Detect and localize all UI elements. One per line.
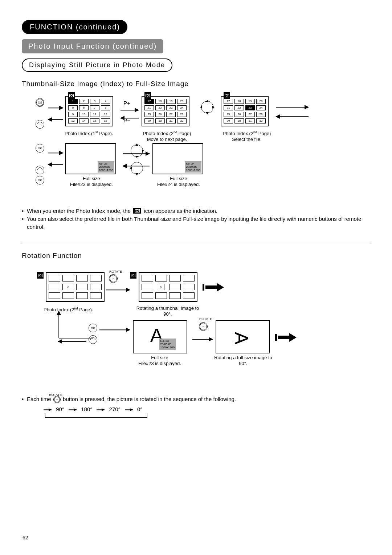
thumb-cell: 6 <box>79 105 89 110</box>
thumb-cell <box>169 284 181 290</box>
thumbnail-diagram: 12345678910111213141516 Photo Index (1st… <box>22 98 370 203</box>
thumb-cell: 25 <box>144 112 154 117</box>
thumb-cell: 18 <box>155 99 165 104</box>
thumb-cell: 32 <box>177 118 187 123</box>
photo-index-page2-grid: 17181920212223242526272829303132 <box>142 96 189 126</box>
arrow-right <box>121 108 139 113</box>
rot-270: 270° <box>109 406 121 412</box>
thumb-cell <box>142 284 153 290</box>
thumb-cell: 20 <box>256 99 266 104</box>
fullsize-rotate-caption: Full sizeFile#23 is displayed. <box>131 355 189 366</box>
thumb-cell <box>90 284 102 290</box>
thumb-cell: 31 <box>245 118 255 123</box>
notes-list-2: -ROTATE- Each time ≡ button is pressed, … <box>22 395 370 403</box>
thumb-cell: 24 <box>256 105 266 110</box>
thumb-cell: 1 <box>68 99 78 104</box>
thumb-cell: ▷ <box>158 284 164 290</box>
note-item: When you enter the Photo Index mode, the… <box>22 207 370 215</box>
thumb-cell: 22 <box>234 105 244 110</box>
photo-index-page2-selected-grid: 17181920212223242526272829303132 <box>221 96 269 126</box>
thumb-cell: 14 <box>79 118 89 123</box>
arrow-right <box>99 327 130 332</box>
thumb-cell: 18 <box>234 99 244 104</box>
thumb-cell: 23 <box>245 105 255 110</box>
thumb-cell <box>76 284 88 290</box>
fullsize-rotate-frame: A No. 23 28/05/03 1600x1200 <box>133 320 187 353</box>
arrow-right <box>106 287 130 292</box>
photo-index-select-caption: Photo Index (2nd Page) Select the file. <box>218 129 276 142</box>
continue-arrow <box>278 335 296 340</box>
thumb-cell <box>169 275 181 281</box>
fullsize-23-caption: Full sizeFile#23 is displayed. <box>62 176 121 187</box>
thumb-cell: 12 <box>101 112 110 117</box>
file-info-box: No. 23 28/05/03 1600x1200 <box>159 339 176 350</box>
rot-90: 90° <box>56 406 64 412</box>
thumb-cell: 3 <box>90 99 99 104</box>
rotation-diagram: A Photo Index (2nd Page). -ROTATE- ≡ ▷ R… <box>22 270 370 392</box>
camera-icon <box>130 272 136 279</box>
photo-index-page1-grid: 12345678910111213141516 <box>65 96 113 126</box>
thumb-cell: 24 <box>177 105 187 110</box>
thumb-cell: 21 <box>224 105 233 110</box>
camera-icon <box>144 92 151 99</box>
letter-a-rotated: A <box>230 332 252 345</box>
thumb-cell <box>183 292 195 299</box>
arrow-right <box>276 105 309 110</box>
ok-button-icon: OK <box>36 144 44 153</box>
thumb-cell: 30 <box>155 118 165 123</box>
rotation-grid-after: ▷ <box>139 272 197 302</box>
rotate-button-icon: ≡ <box>109 274 118 283</box>
back-button-icon <box>36 166 44 174</box>
rotation-sequence: 90° 180° 270° 0° <box>44 406 370 412</box>
fullsize-frame-24: No. 24 28/05/03 1600x1200 <box>152 143 203 174</box>
divider <box>22 242 370 242</box>
thumb-cell <box>183 284 195 290</box>
rot-0: 0° <box>137 406 142 412</box>
rotate-label: -ROTATE- <box>48 391 63 399</box>
note-item: You can also select the preferred file i… <box>22 215 370 231</box>
continue-arrow <box>205 285 224 289</box>
thumb-cell <box>49 292 60 299</box>
thumb-cell: 22 <box>155 105 165 110</box>
thumb-cell: 13 <box>68 118 78 123</box>
thumb-cell: 8 <box>101 105 110 110</box>
cursor-pad-icon <box>131 162 143 174</box>
thumb-cell <box>169 292 181 299</box>
thumb-cell: 17 <box>224 99 233 104</box>
thumb-cell <box>142 275 153 281</box>
rotated-full-caption: Rotating a full size image to 90°. <box>214 355 272 366</box>
thumb-cell: 21 <box>144 105 154 110</box>
thumb-cell: 11 <box>90 112 99 117</box>
thumb-cell: 29 <box>224 118 233 123</box>
arrow-left <box>48 162 63 167</box>
thumbnail-section-title: Thumbnail-Size Image (Index) to Full-Siz… <box>22 80 370 88</box>
camera-icon <box>133 208 141 214</box>
thumb-cell: 28 <box>256 112 266 117</box>
ok-button-icon: OK <box>89 324 97 332</box>
back-button-icon <box>36 120 44 129</box>
ok-button-icon: OK <box>36 176 44 185</box>
arrow-left <box>276 114 309 119</box>
arrow-left <box>121 116 139 121</box>
thumb-cell <box>49 284 60 290</box>
thumb-cell <box>76 275 88 281</box>
note-item: -ROTATE- Each time ≡ button is pressed, … <box>22 395 370 403</box>
thumb-cell: 26 <box>234 112 244 117</box>
file-info-box: No. 23 28/05/03 1600x1200 <box>98 161 114 173</box>
arrow-left <box>48 117 63 122</box>
fullsize-24-caption: Full sizeFile#24 is displayed. <box>150 176 208 187</box>
photo-index-page2-caption: Photo Index (2nd Page) Move to next page… <box>138 129 196 142</box>
thumb-cell: 31 <box>166 118 176 123</box>
page-number: 62 <box>23 535 28 540</box>
p-plus-label: P+ <box>123 100 130 106</box>
photo-index-page1-caption: Photo Index (1st Page). <box>65 129 119 137</box>
thumb-cell: 10 <box>79 112 89 117</box>
thumb-cell: 32 <box>256 118 266 123</box>
rot-180: 180° <box>81 406 92 412</box>
rotation-section-title: Rotation Function <box>22 252 370 260</box>
thumb-cell <box>90 275 102 281</box>
thumb-cell <box>155 275 167 281</box>
thumb-cell: 23 <box>166 105 176 110</box>
thumb-cell: 5 <box>68 105 78 110</box>
camera-icon <box>37 272 44 279</box>
